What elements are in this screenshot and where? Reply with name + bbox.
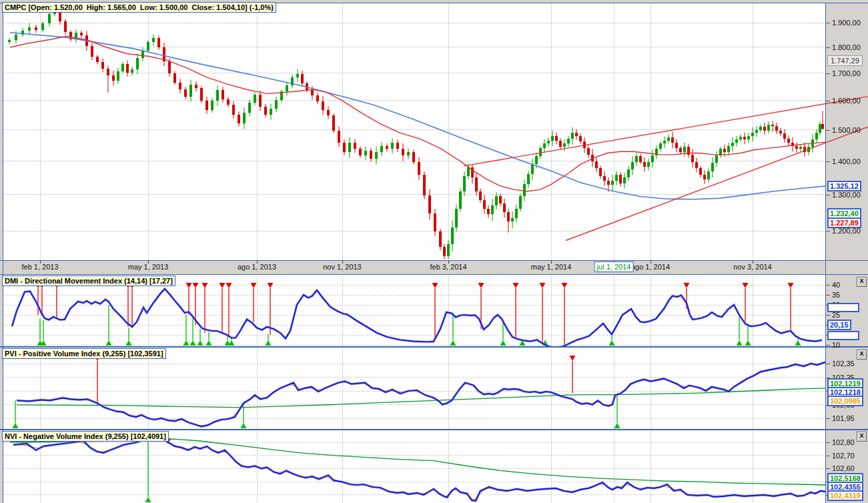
price-tick-label: 1.700,00 [832, 69, 861, 77]
candle-body [101, 62, 104, 68]
candle-body [651, 155, 654, 162]
candle-body [189, 85, 192, 97]
candle-body [771, 125, 774, 127]
candle-body [322, 101, 324, 110]
candle-body [619, 175, 622, 183]
candle-body [703, 175, 706, 179]
candle-body [434, 213, 436, 232]
candle-body [216, 90, 219, 101]
candle-body [311, 90, 314, 95]
candle-body [254, 95, 256, 103]
candle-body [222, 90, 224, 99]
candle-body [332, 115, 335, 130]
candle-body [663, 141, 666, 144]
date-tick-label: feb 3, 2014 [430, 263, 466, 271]
candle-body [715, 155, 718, 163]
candle-body [479, 191, 482, 200]
candle-body [615, 175, 618, 181]
candle-body [487, 209, 490, 214]
candle-body [248, 103, 251, 113]
candle-body [286, 85, 288, 91]
candle-body [238, 115, 240, 123]
dmi-indicator-header[interactable]: DMI - Directional Movement Index (14,14)… [2, 276, 175, 286]
candle-body [739, 137, 742, 140]
candle-body [815, 133, 818, 139]
nvi-close-icon[interactable]: X [857, 432, 867, 442]
candle-body [571, 133, 574, 139]
candle-body [407, 152, 410, 155]
candle-body [455, 209, 458, 227]
dmi-tick-label: 10 [832, 341, 840, 349]
candle-body [316, 95, 319, 101]
candle-body [64, 21, 67, 31]
candle-body [338, 131, 340, 143]
candle-body [131, 69, 133, 73]
candle-body [607, 181, 610, 185]
date-tick-label: nov 3, 2014 [733, 263, 772, 271]
candle-body [723, 149, 726, 152]
candle-body [152, 38, 155, 43]
candle-body [691, 155, 694, 162]
candle-body [751, 133, 754, 136]
nvi-tick-label: 102,60 [832, 464, 855, 472]
candle-body [200, 88, 203, 101]
candle-body [575, 133, 578, 136]
candle-body [443, 247, 446, 256]
candle-body [499, 196, 502, 203]
candle-body [515, 209, 518, 218]
candle-body [783, 133, 786, 138]
candle-body [112, 75, 115, 81]
candle-body [759, 127, 762, 130]
candle-body [359, 149, 362, 155]
candle-body [227, 99, 230, 105]
candle-body [695, 162, 698, 169]
candle-body [507, 212, 510, 221]
date-tick-label: nov 1, 2013 [323, 263, 362, 271]
candle-body [348, 143, 351, 152]
candle-body [179, 83, 181, 89]
price-tick-label: 1.500,00 [832, 126, 861, 134]
candle-body [396, 143, 399, 149]
candle-body [211, 101, 213, 110]
candle-body [41, 23, 44, 30]
price-value-box: 1.227,89 [827, 217, 861, 228]
nvi-tick-label: 102,80 [832, 438, 855, 446]
candle-body [428, 195, 431, 213]
candle-body [599, 168, 602, 175]
pvi-indicator-header[interactable]: PVI - Positive Volume Index (9,255) [102… [2, 348, 166, 359]
candle-body [543, 143, 546, 148]
candle-body [603, 176, 606, 181]
candle-body [551, 136, 554, 141]
candle-body [375, 152, 378, 159]
candle-body [799, 147, 802, 149]
candle-body [91, 46, 93, 57]
dmi-value-box [827, 303, 859, 312]
dmi-close-icon[interactable]: X [857, 277, 867, 287]
candle-body [563, 143, 566, 147]
candle-body [731, 143, 734, 146]
dmi-value-box [827, 331, 859, 340]
candle-body [147, 42, 149, 50]
candle-body [495, 196, 498, 205]
candle-body [611, 181, 614, 185]
candle-body [587, 148, 590, 154]
pvi-close-icon[interactable]: X [857, 350, 867, 360]
candle-body [483, 200, 486, 209]
nvi-indicator-header[interactable]: NVI - Negative Volume Index (9,255) [102… [2, 431, 169, 442]
candle-body [763, 127, 766, 130]
candle-body [727, 146, 730, 152]
main-chart-title: CMPC [Open: 1.520,00 High: 1.565,00 Low:… [2, 2, 276, 13]
candle-body [519, 196, 522, 209]
candle-body [232, 105, 235, 114]
candle-body [667, 137, 670, 141]
candle-body [643, 162, 646, 167]
chart-canvas[interactable] [0, 0, 868, 503]
date-tick-label: feb 1, 2013 [21, 263, 58, 271]
candle-body [402, 149, 404, 155]
candle-body [535, 156, 538, 164]
candle-body [418, 162, 420, 175]
date-tick-label: may 1, 2013 [128, 263, 169, 271]
candle-body [735, 139, 738, 143]
candle-body [559, 141, 562, 147]
main-plot-area [3, 3, 825, 260]
